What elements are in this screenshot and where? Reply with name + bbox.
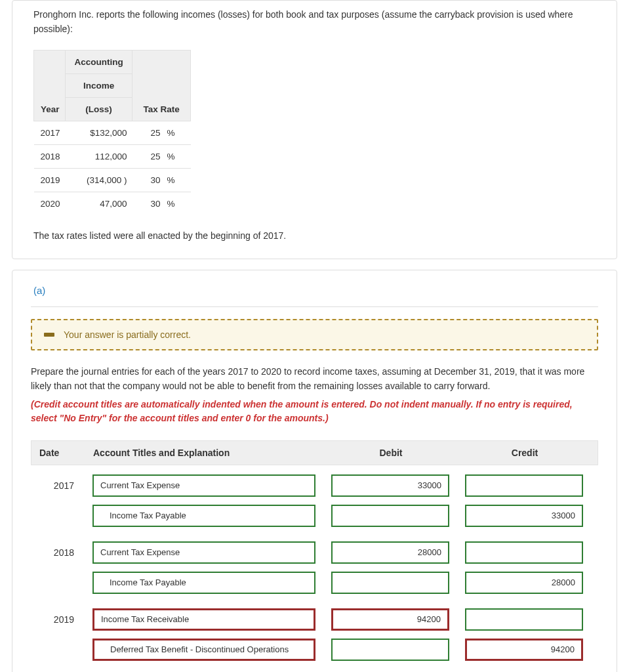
- credit-input[interactable]: [465, 608, 583, 631]
- debit-input[interactable]: [331, 505, 449, 527]
- debit-input[interactable]: 94200: [331, 608, 449, 631]
- account-title-input[interactable]: Deferred Tax Benefit - Discontinued Oper…: [92, 639, 315, 661]
- je-th-debit: Debit: [332, 448, 450, 458]
- je-th-credit: Credit: [466, 448, 584, 458]
- debit-input[interactable]: [331, 639, 449, 661]
- je-row: Income Tax Payable28000: [31, 568, 598, 598]
- income-th-income-3: (Loss): [66, 97, 132, 121]
- section-label-a: (a): [31, 281, 598, 307]
- account-title-input[interactable]: Income Tax Payable: [92, 572, 315, 594]
- je-th-account: Account Titles and Explanation: [93, 448, 316, 458]
- income-table: Year Accounting Tax Rate Income (Loss) 2…: [33, 50, 191, 215]
- income-row-rate: 25: [132, 144, 165, 168]
- income-row-rate: 30: [132, 192, 165, 215]
- feedback-text: Your answer is partially correct.: [64, 329, 191, 340]
- debit-input[interactable]: 28000: [331, 541, 449, 564]
- income-row-pct: %: [165, 144, 191, 168]
- income-row-amount: 112,000: [66, 144, 132, 168]
- account-title-input[interactable]: Current Tax Expense: [92, 541, 315, 564]
- income-row-year: 2018: [34, 144, 66, 168]
- problem-note: The tax rates listed were all enacted by…: [33, 228, 596, 243]
- income-th-rate: Tax Rate: [132, 50, 191, 121]
- income-row-year: 2019: [34, 168, 66, 192]
- part-a-instructions-red: (Credit account titles are automatically…: [31, 398, 598, 426]
- income-row-rate: 25: [132, 121, 165, 144]
- je-year: 2019: [39, 614, 77, 625]
- account-title-input[interactable]: Income Tax Receivable: [92, 608, 315, 631]
- je-year: 2017: [39, 480, 77, 491]
- part-a-instructions: Prepare the journal entries for each of …: [31, 365, 598, 393]
- credit-input[interactable]: 94200: [465, 639, 583, 661]
- income-row-pct: %: [165, 192, 191, 215]
- problem-intro: Pronghorn Inc. reports the following inc…: [33, 7, 596, 37]
- debit-input[interactable]: [331, 572, 449, 594]
- income-tbody: 2017 $132,000 25 % 2018 112,000 25 % 201…: [34, 121, 191, 215]
- income-row-amount: 47,000: [66, 192, 132, 215]
- credit-input[interactable]: [465, 474, 583, 497]
- income-row-year: 2020: [34, 192, 66, 215]
- income-row-year: 2017: [34, 121, 66, 144]
- account-title-input[interactable]: Current Tax Expense: [92, 474, 315, 497]
- credit-input[interactable]: 33000: [465, 505, 583, 527]
- je-row: Income Tax Payable33000: [31, 501, 598, 531]
- je-row: 2019Income Tax Receivable94200: [31, 604, 598, 635]
- income-th-year: Year: [34, 50, 66, 121]
- income-row-amount: (314,000 ): [66, 168, 132, 192]
- minus-icon: [44, 333, 54, 337]
- income-th-income-2: Income: [66, 74, 132, 97]
- income-row-pct: %: [165, 121, 191, 144]
- credit-input[interactable]: 28000: [465, 572, 583, 594]
- income-row-pct: %: [165, 168, 191, 192]
- je-th-date: Date: [39, 448, 77, 458]
- je-year: 2018: [39, 547, 77, 558]
- journal-entry-table: Date Account Titles and Explanation Debi…: [31, 440, 598, 672]
- account-title-input[interactable]: Income Tax Payable: [92, 505, 315, 527]
- je-row: 2017Current Tax Expense33000: [31, 471, 598, 501]
- credit-input[interactable]: [465, 541, 583, 564]
- debit-input[interactable]: 33000: [331, 474, 449, 497]
- je-row: 2018Current Tax Expense28000: [31, 537, 598, 568]
- feedback-banner: Your answer is partially correct.: [31, 319, 598, 350]
- income-row-amount: $132,000: [66, 121, 132, 144]
- income-th-income-1: Accounting: [66, 50, 132, 74]
- income-row-rate: 30: [132, 168, 165, 192]
- je-row: Deferred Tax Benefit - Discontinued Oper…: [31, 635, 598, 665]
